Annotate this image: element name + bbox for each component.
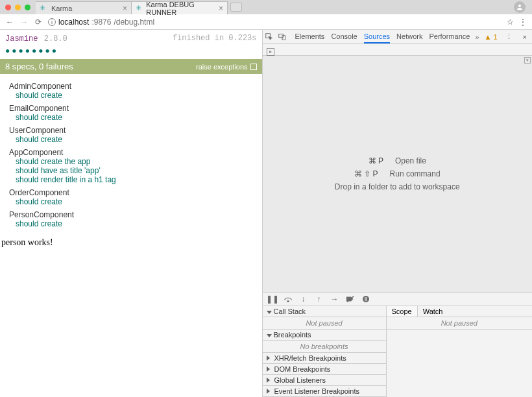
svg-point-4 bbox=[287, 300, 288, 302]
spec-name[interactable]: should create bbox=[16, 219, 257, 228]
pass-dot-icon: ● bbox=[12, 46, 18, 55]
suite: OrderComponentshould create bbox=[9, 188, 257, 206]
spec-dots: ●●●●●●●● bbox=[0, 46, 262, 59]
suite: PersonComponentshould create bbox=[9, 210, 257, 228]
close-tab-icon[interactable]: × bbox=[219, 4, 223, 13]
pass-dot-icon: ● bbox=[5, 46, 12, 55]
pass-dot-icon: ● bbox=[25, 46, 32, 55]
jasmine-header: Jasmine 2.8.0 finished in 0.223s bbox=[0, 30, 262, 46]
component-output: person works! bbox=[0, 235, 262, 250]
address-field[interactable]: i localhost:9876/debug.html bbox=[48, 18, 502, 27]
devtools-tab-performance[interactable]: Performance bbox=[429, 30, 470, 43]
section-xhr-breakpoints[interactable]: XHR/fetch Breakpoints bbox=[263, 353, 386, 364]
favicon-icon: ✳ bbox=[40, 5, 47, 12]
step-over-icon[interactable] bbox=[284, 295, 293, 304]
debugger-controls: ❚❚ ↓ ↑ → bbox=[263, 293, 532, 306]
profile-avatar-icon[interactable] bbox=[514, 1, 526, 13]
pass-dot-icon: ● bbox=[19, 46, 25, 55]
jasmine-duration: finished in 0.223s bbox=[173, 34, 257, 43]
debugger-pane: ❚❚ ↓ ↑ → Call Stack Not paused Breakpoin… bbox=[263, 292, 532, 397]
navigator-toggle-icon[interactable]: ▸ bbox=[267, 48, 274, 56]
sources-drop-area[interactable]: ▾ ⌘ POpen file ⌘ ⇧ PRun command Drop in … bbox=[263, 56, 532, 292]
forward-icon[interactable]: → bbox=[19, 18, 29, 27]
devtools-close-icon[interactable]: × bbox=[520, 33, 529, 41]
info-icon[interactable]: i bbox=[48, 18, 56, 26]
reload-icon[interactable]: ⟳ bbox=[34, 18, 43, 27]
url-path: /debug.html bbox=[114, 18, 154, 27]
browser-tab-strip: ✳ Karma × ✳ Karma DEBUG RUNNER × bbox=[0, 0, 532, 14]
suite-name[interactable]: EmailComponent bbox=[9, 104, 257, 113]
tab-title: Karma DEBUG RUNNER bbox=[146, 1, 215, 16]
url-port: :9876 bbox=[91, 18, 111, 27]
spec-name[interactable]: should create bbox=[16, 91, 257, 100]
suite-name[interactable]: AdminComponent bbox=[9, 82, 257, 91]
device-toggle-icon[interactable] bbox=[278, 33, 286, 41]
close-window-icon[interactable] bbox=[5, 5, 11, 10]
url-host: localhost bbox=[58, 18, 89, 27]
suite: AdminComponentshould create bbox=[9, 82, 257, 100]
summary-bar: 8 specs, 0 failures raise exceptions bbox=[0, 59, 262, 74]
raise-exceptions-label: raise exceptions bbox=[196, 63, 248, 71]
more-panels-icon[interactable]: » bbox=[475, 33, 479, 41]
step-icon[interactable]: → bbox=[330, 295, 339, 304]
close-tab-icon[interactable]: × bbox=[123, 4, 127, 13]
sources-subtoolbar: ▸ bbox=[263, 44, 532, 56]
drop-hint: Drop in a folder to add to workspace bbox=[335, 182, 460, 191]
section-dom-breakpoints[interactable]: DOM Breakpoints bbox=[263, 364, 386, 375]
section-breakpoints[interactable]: Breakpoints bbox=[263, 330, 386, 341]
devtools-tab-elements[interactable]: Elements bbox=[295, 30, 325, 43]
pause-on-exceptions-icon[interactable] bbox=[361, 295, 370, 304]
pass-dot-icon: ● bbox=[32, 46, 38, 55]
suite-name[interactable]: UserComponent bbox=[9, 126, 257, 135]
devtools-toolbar: ElementsConsoleSourcesNetworkPerformance… bbox=[263, 30, 532, 44]
shortcut-key: ⌘ ⇧ P bbox=[354, 169, 378, 178]
svg-rect-7 bbox=[365, 297, 365, 301]
deactivate-breakpoints-icon[interactable] bbox=[346, 295, 355, 304]
new-tab-button[interactable] bbox=[230, 3, 242, 12]
spec-name[interactable]: should render title in a h1 tag bbox=[16, 175, 257, 184]
pause-icon[interactable]: ❚❚ bbox=[268, 295, 277, 304]
minimize-window-icon[interactable] bbox=[15, 5, 21, 10]
spec-name[interactable]: should create bbox=[16, 135, 257, 144]
bookmark-icon[interactable]: ☆ bbox=[507, 18, 514, 27]
section-global-listeners[interactable]: Global Listeners bbox=[263, 375, 386, 386]
devtools-panel: ElementsConsoleSourcesNetworkPerformance… bbox=[262, 30, 532, 397]
devtools-tab-sources[interactable]: Sources bbox=[364, 30, 390, 43]
jasmine-version: 2.8.0 bbox=[44, 34, 67, 43]
devtools-tab-network[interactable]: Network bbox=[396, 30, 422, 43]
warnings-badge[interactable]: ▲ 1 bbox=[485, 33, 498, 41]
devtools-menu-icon[interactable]: ⋮ bbox=[503, 32, 515, 41]
spec-list: AdminComponentshould createEmailComponen… bbox=[0, 74, 262, 235]
browser-tab-karma-debug[interactable]: ✳ Karma DEBUG RUNNER × bbox=[132, 1, 228, 14]
spec-name[interactable]: should create the app bbox=[16, 157, 257, 166]
browser-menu-icon[interactable]: ⋮ bbox=[519, 18, 527, 27]
drawer-toggle-icon[interactable]: ▾ bbox=[524, 57, 531, 64]
inspect-icon[interactable] bbox=[265, 33, 273, 41]
suite-name[interactable]: AppComponent bbox=[9, 148, 257, 157]
devtools-tab-console[interactable]: Console bbox=[331, 30, 357, 43]
maximize-window-icon[interactable] bbox=[25, 5, 30, 10]
suite: AppComponentshould create the appshould … bbox=[9, 148, 257, 184]
spec-name[interactable]: should have as title 'app' bbox=[16, 166, 257, 175]
favicon-icon: ✳ bbox=[136, 5, 142, 12]
summary-text: 8 specs, 0 failures bbox=[5, 62, 73, 71]
suite-name[interactable]: PersonComponent bbox=[9, 210, 257, 219]
shortcut-label: Run command bbox=[390, 169, 441, 178]
browser-tab-karma[interactable]: ✳ Karma × bbox=[36, 1, 132, 14]
suite: EmailComponentshould create bbox=[9, 104, 257, 122]
svg-rect-8 bbox=[366, 297, 367, 301]
pass-dot-icon: ● bbox=[45, 46, 52, 55]
tab-watch[interactable]: Watch bbox=[418, 306, 448, 317]
tab-scope[interactable]: Scope bbox=[387, 306, 418, 317]
back-icon[interactable]: ← bbox=[5, 18, 14, 27]
spec-name[interactable]: should create bbox=[16, 197, 257, 206]
step-into-icon[interactable]: ↓ bbox=[299, 295, 308, 304]
breakpoints-body: No breakpoints bbox=[263, 341, 386, 353]
step-out-icon[interactable]: ↑ bbox=[315, 295, 324, 304]
section-call-stack[interactable]: Call Stack bbox=[263, 306, 386, 317]
raise-exceptions-checkbox[interactable] bbox=[250, 64, 257, 70]
section-event-listener-breakpoints[interactable]: Event Listener Breakpoints bbox=[263, 386, 386, 397]
debugger-sections: Call Stack Not paused Breakpoints No bre… bbox=[263, 306, 386, 397]
suite-name[interactable]: OrderComponent bbox=[9, 188, 257, 197]
spec-name[interactable]: should create bbox=[16, 113, 257, 122]
